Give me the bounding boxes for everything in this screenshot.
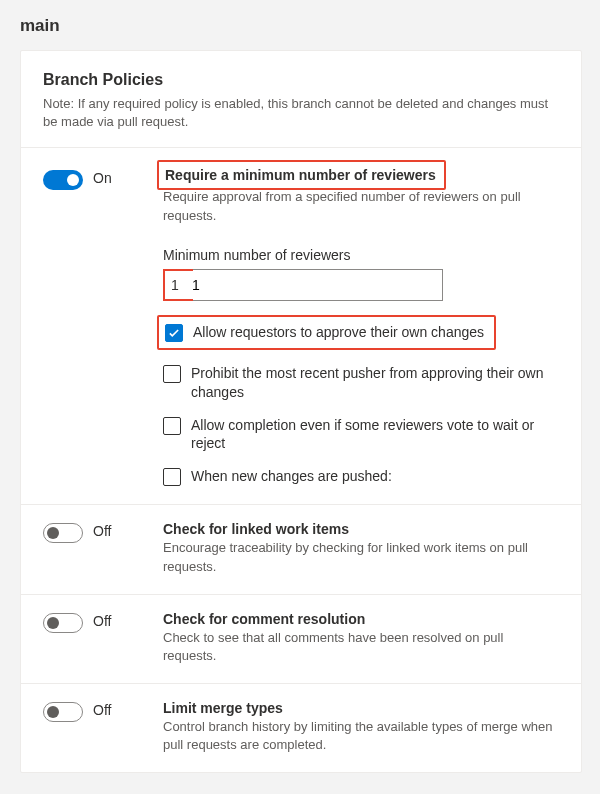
policy-desc-comment-resolution: Check to see that all comments have been…	[163, 629, 559, 665]
policy-title-linked-items: Check for linked work items	[163, 521, 559, 537]
toggle-min-reviewers[interactable]	[43, 170, 83, 190]
min-reviewers-input[interactable]	[163, 269, 443, 301]
check-icon	[168, 327, 180, 339]
toggle-label-off-2: Off	[93, 613, 111, 629]
policy-min-reviewers: On Require a minimum number of reviewers…	[21, 148, 581, 505]
policy-title-comment-resolution: Check for comment resolution	[163, 611, 559, 627]
toggle-label-off-3: Off	[93, 702, 111, 718]
min-reviewers-value-highlight: 1	[163, 269, 193, 301]
policy-desc-limit-merge: Control branch history by limiting the a…	[163, 718, 559, 754]
checkbox-label-prohibit-pusher: Prohibit the most recent pusher from app…	[191, 364, 559, 402]
checkbox-allow-self[interactable]	[165, 324, 183, 342]
checkbox-label-when-new-changes: When new changes are pushed:	[191, 467, 392, 486]
section-title: Branch Policies	[43, 71, 559, 89]
toggle-limit-merge[interactable]	[43, 702, 83, 722]
toggle-comment-resolution[interactable]	[43, 613, 83, 633]
page-title: main	[0, 10, 600, 50]
toggle-label-on: On	[93, 170, 112, 186]
policy-limit-merge: Off Limit merge types Control branch his…	[21, 684, 581, 772]
card-header: Branch Policies Note: If any required po…	[21, 51, 581, 148]
branch-policies-card: Branch Policies Note: If any required po…	[20, 50, 582, 773]
checkbox-allow-completion[interactable]	[163, 417, 181, 435]
policy-title-min-reviewers: Require a minimum number of reviewers	[165, 165, 436, 183]
policy-desc-min-reviewers: Require approval from a specified number…	[163, 188, 559, 224]
allow-self-highlight: Allow requestors to approve their own ch…	[157, 315, 496, 350]
toggle-linked-items[interactable]	[43, 523, 83, 543]
policy-comment-resolution: Off Check for comment resolution Check t…	[21, 595, 581, 684]
policy-title-limit-merge: Limit merge types	[163, 700, 559, 716]
toggle-label-off-1: Off	[93, 523, 111, 539]
min-reviewers-field-label: Minimum number of reviewers	[163, 247, 559, 263]
checkbox-prohibit-pusher[interactable]	[163, 365, 181, 383]
checkbox-when-new-changes[interactable]	[163, 468, 181, 486]
policy-desc-linked-items: Encourage traceability by checking for l…	[163, 539, 559, 575]
section-note: Note: If any required policy is enabled,…	[43, 95, 559, 131]
checkbox-label-allow-self: Allow requestors to approve their own ch…	[193, 324, 484, 340]
checkbox-label-allow-completion: Allow completion even if some reviewers …	[191, 416, 559, 454]
policy-linked-items: Off Check for linked work items Encourag…	[21, 505, 581, 594]
